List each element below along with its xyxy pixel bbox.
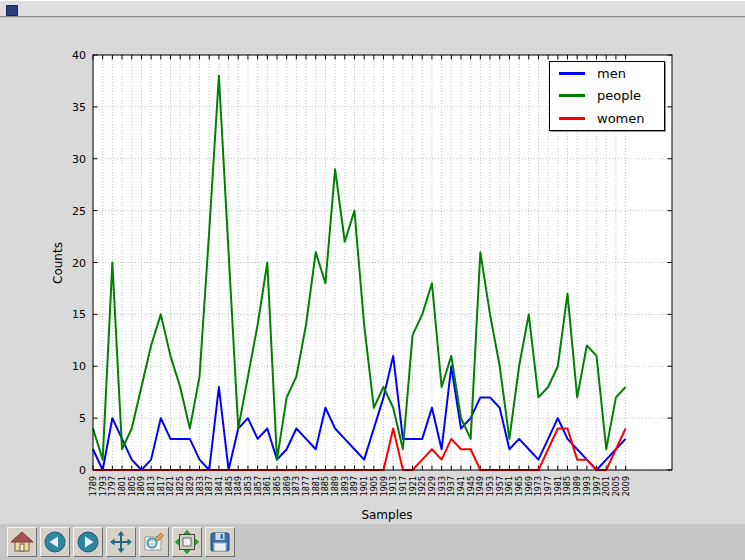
svg-text:1985: 1985 bbox=[563, 476, 572, 496]
legend-label-women: women bbox=[597, 111, 645, 126]
save-button[interactable] bbox=[205, 527, 235, 557]
svg-text:1845: 1845 bbox=[225, 476, 234, 496]
svg-text:15: 15 bbox=[72, 308, 86, 321]
legend-item-men: men bbox=[550, 62, 664, 85]
svg-text:20: 20 bbox=[72, 257, 86, 270]
svg-text:1833: 1833 bbox=[196, 476, 205, 496]
svg-text:1977: 1977 bbox=[544, 476, 553, 496]
home-icon bbox=[10, 530, 34, 554]
svg-text:2005: 2005 bbox=[612, 476, 621, 496]
configure-subplots-button[interactable] bbox=[172, 527, 202, 557]
svg-text:1869: 1869 bbox=[283, 476, 292, 496]
svg-text:1825: 1825 bbox=[176, 476, 185, 496]
svg-text:1857: 1857 bbox=[254, 476, 263, 496]
pan-button[interactable] bbox=[106, 527, 136, 557]
chart-legend: men people women bbox=[549, 61, 665, 131]
svg-text:1853: 1853 bbox=[244, 476, 253, 496]
window-titlebar[interactable] bbox=[0, 0, 745, 17]
svg-text:1941: 1941 bbox=[457, 476, 466, 496]
svg-text:1889: 1889 bbox=[331, 476, 340, 496]
svg-text:1933: 1933 bbox=[438, 476, 447, 496]
forward-button[interactable] bbox=[73, 527, 103, 557]
svg-text:1961: 1961 bbox=[505, 476, 514, 496]
window-menu-button[interactable] bbox=[6, 5, 18, 16]
svg-text:1913: 1913 bbox=[389, 476, 398, 496]
navigation-toolbar bbox=[0, 524, 745, 560]
svg-text:1893: 1893 bbox=[341, 476, 350, 496]
forward-arrow-icon bbox=[76, 530, 100, 554]
svg-text:1805: 1805 bbox=[128, 476, 137, 496]
pan-arrows-icon bbox=[109, 530, 133, 554]
svg-text:2001: 2001 bbox=[602, 476, 611, 496]
svg-text:1905: 1905 bbox=[370, 476, 379, 496]
legend-item-women: women bbox=[550, 107, 664, 130]
svg-text:40: 40 bbox=[72, 49, 86, 62]
legend-swatch-men bbox=[559, 72, 585, 75]
svg-text:1789: 1789 bbox=[89, 476, 98, 496]
legend-item-people: people bbox=[550, 85, 664, 108]
svg-text:1837: 1837 bbox=[205, 476, 214, 496]
svg-text:1877: 1877 bbox=[302, 476, 311, 496]
figure-window: 0510152025303540178917931797180118051809… bbox=[0, 0, 745, 560]
svg-text:25: 25 bbox=[72, 205, 86, 218]
svg-text:1897: 1897 bbox=[350, 476, 359, 496]
svg-text:1937: 1937 bbox=[447, 476, 456, 496]
svg-text:1829: 1829 bbox=[186, 476, 195, 496]
x-tick-labels: 1789179317971801180518091813181718211825… bbox=[89, 476, 631, 496]
svg-text:1949: 1949 bbox=[476, 476, 485, 496]
svg-text:1873: 1873 bbox=[292, 476, 301, 496]
svg-text:1981: 1981 bbox=[554, 476, 563, 496]
svg-text:30: 30 bbox=[72, 153, 86, 166]
legend-label-men: men bbox=[597, 66, 626, 81]
legend-label-people: people bbox=[597, 88, 641, 103]
legend-swatch-people bbox=[559, 94, 585, 97]
x-axis-title: Samples bbox=[347, 508, 427, 522]
svg-text:2009: 2009 bbox=[622, 476, 631, 496]
figure-canvas[interactable]: 0510152025303540178917931797180118051809… bbox=[0, 18, 745, 524]
svg-text:1993: 1993 bbox=[583, 476, 592, 496]
back-arrow-icon bbox=[43, 530, 67, 554]
svg-text:1865: 1865 bbox=[273, 476, 282, 496]
svg-text:35: 35 bbox=[72, 101, 86, 114]
svg-text:1945: 1945 bbox=[467, 476, 476, 496]
svg-text:10: 10 bbox=[72, 360, 86, 373]
svg-text:1973: 1973 bbox=[534, 476, 543, 496]
y-axis-title: Counts bbox=[51, 233, 65, 293]
svg-text:1861: 1861 bbox=[263, 476, 272, 496]
svg-text:1821: 1821 bbox=[166, 476, 175, 496]
svg-text:1817: 1817 bbox=[157, 476, 166, 496]
save-icon bbox=[208, 530, 232, 554]
subplots-icon bbox=[175, 530, 199, 554]
svg-text:1809: 1809 bbox=[137, 476, 146, 496]
svg-text:0: 0 bbox=[79, 464, 86, 477]
svg-text:1929: 1929 bbox=[428, 476, 437, 496]
svg-text:1885: 1885 bbox=[321, 476, 330, 496]
zoom-to-rect-button[interactable] bbox=[139, 527, 169, 557]
svg-text:1849: 1849 bbox=[234, 476, 243, 496]
zoom-rect-icon bbox=[142, 530, 166, 554]
svg-text:1813: 1813 bbox=[147, 476, 156, 496]
svg-text:1801: 1801 bbox=[118, 476, 127, 496]
svg-text:1917: 1917 bbox=[399, 476, 408, 496]
svg-text:5: 5 bbox=[79, 412, 86, 425]
svg-text:1989: 1989 bbox=[573, 476, 582, 496]
svg-text:1925: 1925 bbox=[418, 476, 427, 496]
svg-text:1793: 1793 bbox=[99, 476, 108, 496]
home-button[interactable] bbox=[7, 527, 37, 557]
svg-text:1797: 1797 bbox=[108, 476, 117, 496]
svg-text:1957: 1957 bbox=[496, 476, 505, 496]
svg-text:1841: 1841 bbox=[215, 476, 224, 496]
svg-text:1909: 1909 bbox=[380, 476, 389, 496]
svg-text:1997: 1997 bbox=[593, 476, 602, 496]
legend-swatch-women bbox=[559, 117, 585, 120]
svg-text:1921: 1921 bbox=[409, 476, 418, 496]
svg-text:1901: 1901 bbox=[360, 476, 369, 496]
y-tick-labels: 0510152025303540 bbox=[72, 49, 86, 477]
back-button[interactable] bbox=[40, 527, 70, 557]
svg-text:1965: 1965 bbox=[515, 476, 524, 496]
svg-text:1953: 1953 bbox=[486, 476, 495, 496]
svg-text:1881: 1881 bbox=[312, 476, 321, 496]
svg-text:1969: 1969 bbox=[525, 476, 534, 496]
